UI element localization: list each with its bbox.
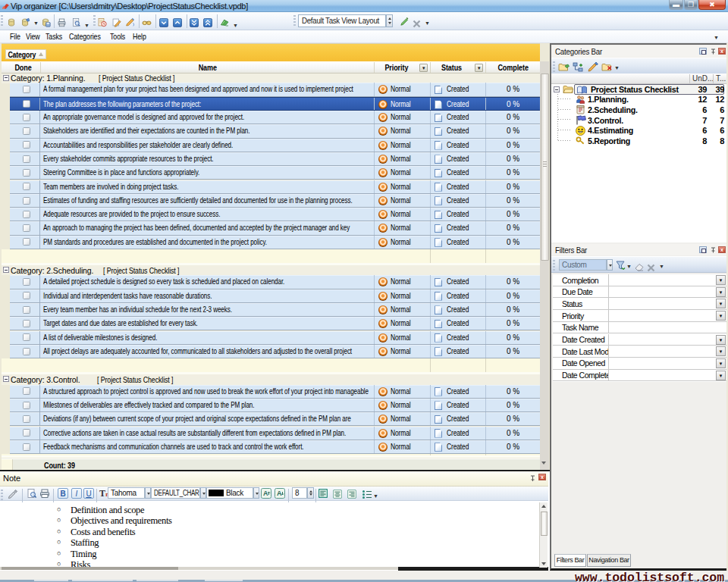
svg-text:A: A <box>277 490 282 497</box>
svg-text:A: A <box>263 490 268 497</box>
